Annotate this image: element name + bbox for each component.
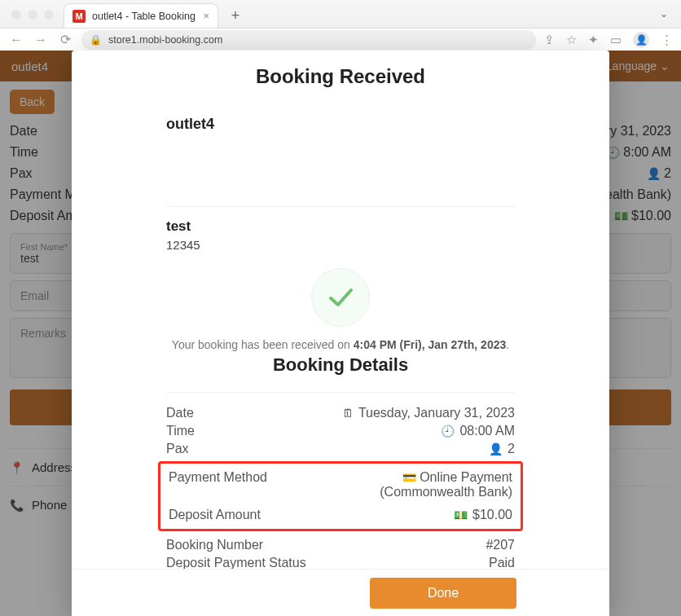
- page: outlet4 Language ⌄ Back Datery 31, 2023 …: [0, 51, 681, 616]
- lock-icon: 🔒: [90, 34, 102, 46]
- url-text: store1.mobi-booking.com: [108, 34, 222, 46]
- detail-date-label: Date: [166, 406, 194, 420]
- reload-icon[interactable]: ⟳: [57, 32, 73, 47]
- modal-customer-ref: 12345: [166, 238, 515, 252]
- divider: [166, 206, 515, 207]
- profile-avatar[interactable]: 👤: [633, 32, 649, 48]
- detail-deposit-value: 💵$10.00: [454, 508, 512, 522]
- window-controls: [11, 10, 54, 20]
- traffic-light-min[interactable]: [28, 10, 37, 20]
- payment-highlight: Payment Method 💳 Online Payment (Commonw…: [158, 461, 523, 531]
- detail-booking-no-label: Booking Number: [166, 538, 263, 552]
- tab-favicon: M: [72, 10, 86, 23]
- star-icon[interactable]: ☆: [566, 33, 577, 47]
- detail-deposit-label: Deposit Amount: [169, 508, 261, 522]
- calendar-icon: 🗓: [342, 407, 354, 420]
- tab-overflow-icon[interactable]: ⌄: [660, 8, 668, 20]
- new-tab-button[interactable]: +: [225, 5, 246, 26]
- tab-title: outlet4 - Table Booking: [92, 11, 196, 22]
- panel-icon[interactable]: ▭: [610, 33, 622, 47]
- browser-tab[interactable]: M outlet4 - Table Booking ×: [64, 3, 218, 28]
- modal-title: Booking Received: [72, 65, 609, 88]
- clock-icon: 🕘: [441, 425, 455, 438]
- modal-footer: Done: [72, 569, 609, 616]
- detail-payment-label: Payment Method: [169, 470, 267, 485]
- detail-time-value: 🕘08:00 AM: [441, 424, 515, 438]
- forward-icon[interactable]: →: [33, 33, 49, 47]
- traffic-light-max[interactable]: [44, 10, 54, 20]
- card-icon: 💳: [402, 471, 416, 484]
- detail-pax-value: 👤2: [489, 442, 515, 456]
- address-bar[interactable]: 🔒 store1.mobi-booking.com: [81, 30, 536, 50]
- detail-deposit-status-value: Paid: [489, 556, 515, 569]
- tab-close-icon[interactable]: ×: [203, 10, 209, 22]
- detail-date-value: 🗓Tuesday, January 31, 2023: [342, 406, 515, 420]
- detail-deposit-status-label: Deposit Payment Status: [166, 556, 306, 569]
- done-button[interactable]: Done: [370, 578, 516, 609]
- modal-customer-name: test: [166, 218, 515, 235]
- kebab-menu-icon[interactable]: ⋮: [661, 33, 673, 47]
- details-heading: Booking Details: [166, 354, 515, 376]
- extensions-icon[interactable]: ✦: [588, 33, 599, 47]
- divider: [166, 392, 515, 393]
- share-icon[interactable]: ⇪: [544, 33, 555, 47]
- back-icon[interactable]: ←: [8, 33, 24, 47]
- traffic-light-close[interactable]: [11, 10, 21, 20]
- received-text: Your booking has been received on 4:04 P…: [166, 338, 515, 351]
- modal-outlet-name: outlet4: [166, 116, 515, 133]
- person-icon: 👤: [489, 442, 503, 455]
- browser-chrome: M outlet4 - Table Booking × + ⌄ ← → ⟳ 🔒 …: [0, 0, 681, 51]
- toolbar: ← → ⟳ 🔒 store1.mobi-booking.com ⇪ ☆ ✦ ▭ …: [0, 28, 681, 51]
- detail-pax-label: Pax: [166, 442, 189, 456]
- success-check-icon: [311, 268, 370, 327]
- detail-payment-value: 💳 Online Payment (Commonwealth Bank): [380, 470, 512, 499]
- booking-received-modal: Booking Received outlet4 test 12345 Your…: [72, 51, 609, 616]
- detail-booking-no-value: #207: [485, 538, 515, 552]
- tab-strip: M outlet4 - Table Booking × +: [0, 0, 681, 28]
- cash-icon: 💵: [454, 508, 468, 521]
- detail-time-label: Time: [166, 424, 195, 438]
